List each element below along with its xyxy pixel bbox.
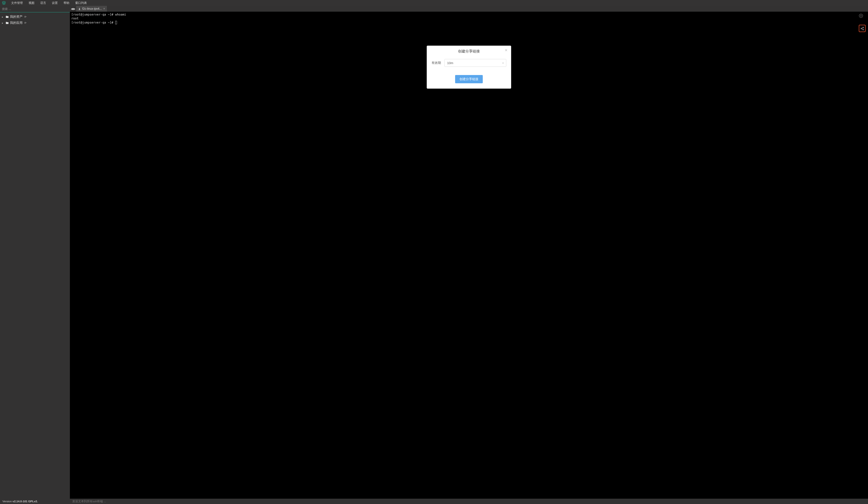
refresh-icon[interactable]: ⟳ [24, 21, 27, 24]
linux-icon [78, 8, 81, 10]
terminal-line: [root@jumpserver-qa ~]# [71, 21, 115, 24]
tree-item-label: 我的资产 [10, 15, 23, 19]
terminal-cursor [115, 21, 117, 24]
menu-view[interactable]: 视图 [26, 1, 37, 5]
expire-label: 有效期 [432, 61, 441, 65]
menu-help[interactable]: 帮助 [61, 1, 72, 5]
tab-label: f2c-linux-ipv4... [82, 7, 102, 10]
menu-window-list[interactable]: 窗口列表 [73, 1, 89, 5]
chevron-down-icon: ▾ [503, 62, 504, 64]
tab-bar: ◀ ▶ f2c-linux-ipv4... × [70, 6, 868, 12]
menu-settings[interactable]: 设置 [50, 1, 60, 5]
tree-item-label: 我的应用 [10, 21, 23, 25]
app-logo [1, 0, 6, 5]
content-area: ◀ ▶ f2c-linux-ipv4... × [root@jumpserver… [70, 6, 868, 499]
version-text: Version v2.14.0-101 GPLv2. [0, 500, 70, 503]
terminal-line: root [71, 17, 79, 20]
tab-prev-icon[interactable]: ◀ [71, 7, 73, 10]
terminal-line: [root@jumpserver-qa ~]# whoami [71, 13, 126, 16]
refresh-icon[interactable]: ⟳ [24, 15, 27, 19]
modal-header: 创建分享链接 ✕ [427, 46, 511, 56]
svg-line-5 [862, 28, 863, 28]
tab-nav-arrows: ◀ ▶ [70, 6, 76, 12]
send-all-text: 发送文本到所有ssh终端 ... [70, 500, 108, 503]
asset-tree: ▸ 我的资产 ⟳ ▸ 我的应用 ⟳ [0, 12, 70, 26]
terminal-tab[interactable]: f2c-linux-ipv4... × [76, 6, 107, 12]
modal-title: 创建分享链接 [458, 49, 480, 54]
footer-bar: Version v2.14.0-101 GPLv2. 发送文本到所有ssh终端 … [0, 499, 868, 504]
select-value: 10m [447, 61, 453, 65]
modal-footer: 创建分享链接 [427, 69, 511, 89]
gear-icon[interactable] [859, 13, 863, 18]
close-icon[interactable]: × [103, 7, 105, 10]
svg-point-3 [861, 28, 862, 29]
modal-body: 有效期 10m ▾ [427, 56, 511, 69]
svg-point-2 [863, 27, 864, 28]
folder-icon [6, 15, 9, 19]
right-toolbar [859, 13, 866, 32]
menu-file-manage[interactable]: 文件管理 [9, 1, 25, 5]
tree-item-my-apps[interactable]: ▸ 我的应用 ⟳ [0, 20, 70, 26]
top-menu-bar: 文件管理 视图 语言 设置 帮助 窗口列表 [0, 0, 868, 6]
folder-icon [6, 21, 9, 24]
create-share-link-button[interactable]: 创建分享链接 [455, 75, 483, 83]
close-icon[interactable]: ✕ [505, 48, 508, 52]
svg-line-6 [862, 29, 863, 29]
tab-next-icon[interactable]: ▶ [73, 7, 75, 10]
svg-point-1 [860, 15, 862, 17]
caret-right-icon: ▸ [2, 22, 4, 24]
share-icon [860, 27, 864, 30]
tree-item-my-assets[interactable]: ▸ 我的资产 ⟳ [0, 14, 70, 20]
sidebar: ▸ 我的资产 ⟳ ▸ 我的应用 ⟳ [0, 6, 70, 499]
expire-select[interactable]: 10m ▾ [444, 59, 506, 67]
search-input[interactable] [0, 6, 70, 12]
menu-language[interactable]: 语言 [38, 1, 49, 5]
main-area: ▸ 我的资产 ⟳ ▸ 我的应用 ⟳ ◀ ▶ [0, 6, 868, 499]
share-button[interactable] [859, 25, 866, 32]
svg-point-4 [863, 29, 864, 30]
svg-point-0 [79, 8, 80, 9]
caret-right-icon: ▸ [2, 16, 4, 18]
share-link-modal: 创建分享链接 ✕ 有效期 10m ▾ 创建分享链接 [427, 46, 511, 89]
